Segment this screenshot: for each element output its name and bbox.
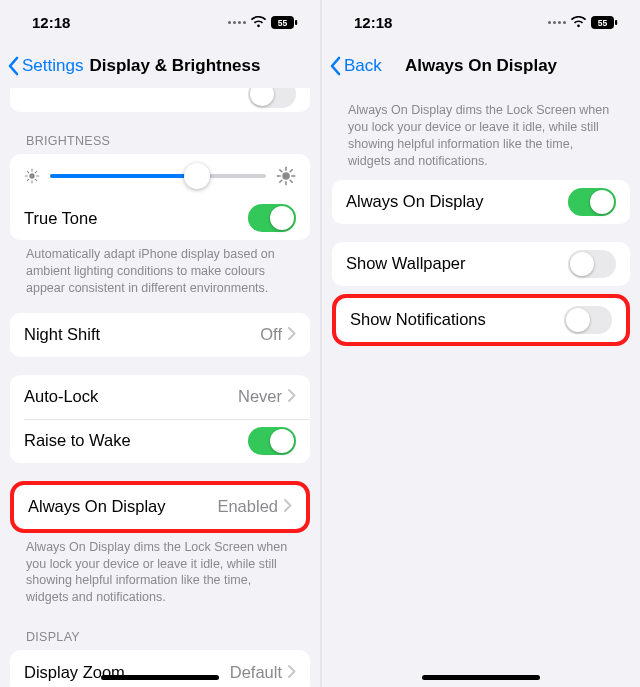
true-tone-toggle[interactable] [248, 204, 296, 232]
svg-line-17 [280, 170, 282, 172]
chevron-left-icon [330, 56, 342, 76]
svg-line-18 [290, 180, 292, 182]
cellular-dots-icon [548, 21, 566, 24]
home-indicator[interactable] [101, 675, 219, 680]
show-notifications-label: Show Notifications [350, 310, 486, 329]
status-bar: 12:18 55 [322, 0, 640, 44]
wifi-icon [250, 16, 267, 28]
auto-lock-value: Never [238, 387, 282, 406]
brightness-slider[interactable] [50, 174, 266, 178]
always-on-display-label: Always On Display [346, 192, 484, 211]
nav-bar: Back Always On Display [322, 44, 640, 88]
home-indicator[interactable] [422, 675, 540, 680]
always-on-display-value: Enabled [217, 497, 278, 516]
night-shift-row[interactable]: Night Shift Off [10, 313, 310, 357]
aod-group-highlight: Always On Display Enabled [10, 481, 310, 533]
night-shift-value: Off [260, 325, 282, 344]
always-on-display-row: Always On Display [332, 180, 630, 224]
show-wallpaper-group: Show Wallpaper [332, 242, 630, 286]
svg-point-12 [282, 172, 290, 180]
chevron-right-icon [288, 387, 296, 406]
chevron-right-icon [284, 497, 292, 516]
brightness-slider-row [10, 154, 310, 196]
raise-to-wake-row: Raise to Wake [10, 419, 310, 463]
always-on-display-label: Always On Display [28, 497, 166, 516]
page-title: Display & Brightness [89, 56, 260, 76]
svg-line-8 [27, 171, 28, 172]
battery-icon: 55 [271, 16, 298, 29]
page-title: Always On Display [405, 56, 557, 76]
show-wallpaper-row: Show Wallpaper [332, 242, 630, 286]
content: BRIGHTNESS True Tone Automatically adapt… [0, 88, 320, 687]
true-tone-label: True Tone [24, 209, 97, 228]
chevron-left-icon [8, 56, 20, 76]
svg-line-19 [280, 180, 282, 182]
night-shift-label: Night Shift [24, 325, 100, 344]
always-on-display-toggle[interactable] [568, 188, 616, 216]
svg-line-20 [290, 170, 292, 172]
raise-to-wake-label: Raise to Wake [24, 431, 131, 450]
svg-text:55: 55 [598, 17, 608, 27]
display-zoom-group: Display Zoom Default [10, 650, 310, 687]
lock-group: Auto-Lock Never Raise to Wake [10, 375, 310, 463]
brightness-group: True Tone [10, 154, 310, 240]
svg-text:55: 55 [278, 17, 288, 27]
chevron-right-icon [288, 325, 296, 344]
battery-icon: 55 [591, 16, 618, 29]
phone-right: 12:18 55 Back Always On Display Always O… [320, 0, 640, 687]
aod-description: Always On Display dims the Lock Screen w… [332, 88, 630, 180]
show-notifications-toggle[interactable] [564, 306, 612, 334]
show-notifications-row: Show Notifications [336, 298, 626, 342]
true-tone-footer: Automatically adapt iPhone display based… [10, 240, 310, 311]
back-label: Settings [22, 56, 83, 76]
aod-footer: Always On Display dims the Lock Screen w… [10, 533, 310, 621]
status-indicators: 55 [548, 16, 618, 29]
wifi-icon [570, 16, 587, 28]
true-tone-row: True Tone [10, 196, 310, 240]
back-button[interactable]: Settings [8, 56, 83, 76]
cellular-dots-icon [228, 21, 246, 24]
svg-line-10 [27, 179, 28, 180]
display-zoom-row[interactable]: Display Zoom Default [10, 650, 310, 687]
raise-to-wake-toggle[interactable] [248, 427, 296, 455]
content: Always On Display dims the Lock Screen w… [322, 88, 640, 687]
show-notifications-group-highlight: Show Notifications [332, 294, 630, 346]
phone-left: 12:18 55 Settings Display & Brightness B… [0, 0, 320, 687]
display-header: DISPLAY [10, 620, 310, 650]
svg-rect-1 [295, 20, 297, 25]
back-button[interactable]: Back [330, 56, 382, 76]
show-wallpaper-label: Show Wallpaper [346, 254, 466, 273]
auto-lock-label: Auto-Lock [24, 387, 98, 406]
svg-rect-22 [615, 20, 617, 25]
auto-lock-row[interactable]: Auto-Lock Never [10, 375, 310, 419]
display-zoom-value: Default [230, 663, 282, 682]
previous-group-peek [10, 88, 310, 112]
back-label: Back [344, 56, 382, 76]
sun-large-icon [276, 166, 296, 186]
always-on-display-row[interactable]: Always On Display Enabled [14, 485, 306, 529]
svg-line-11 [35, 171, 36, 172]
svg-point-3 [29, 173, 34, 178]
status-indicators: 55 [228, 16, 298, 29]
sun-small-icon [24, 168, 40, 184]
svg-line-9 [35, 179, 36, 180]
status-bar: 12:18 55 [0, 0, 320, 44]
toggle-peek[interactable] [248, 88, 296, 108]
aod-master-group: Always On Display [332, 180, 630, 224]
status-time: 12:18 [354, 14, 392, 31]
status-time: 12:18 [32, 14, 70, 31]
nav-bar: Settings Display & Brightness [0, 44, 320, 88]
brightness-header: BRIGHTNESS [10, 124, 310, 154]
night-shift-group: Night Shift Off [10, 313, 310, 357]
show-wallpaper-toggle[interactable] [568, 250, 616, 278]
chevron-right-icon [288, 663, 296, 682]
